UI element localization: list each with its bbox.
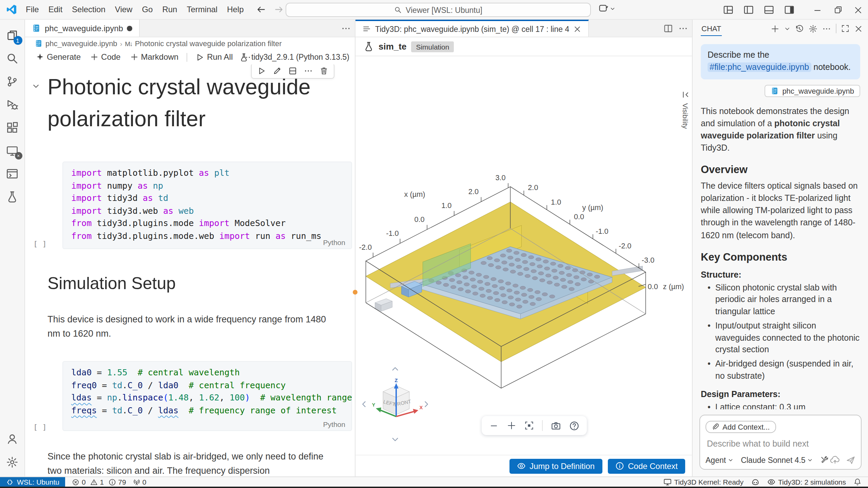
run-all-button[interactable]: Run All — [191, 51, 237, 63]
problems-indicator[interactable]: 0 1 79 — [72, 478, 126, 486]
ports-indicator[interactable]: 0 — [133, 478, 147, 486]
menu-help[interactable]: Help — [222, 3, 248, 16]
rotate-right-chevron[interactable] — [422, 400, 431, 409]
gear-icon[interactable] — [809, 24, 817, 33]
tab-tidy3d-viewer[interactable]: Tidy3D: phc_waveguide.ipynb (sim_te) @ c… — [355, 20, 589, 37]
3d-scene[interactable]: -2.0-1.00.01.02.03.0x (µm) 2.01.00.0-1.0… — [358, 150, 689, 405]
tab-phc-waveguide[interactable]: phc_waveguide.ipynb — [25, 20, 140, 37]
visibility-panel-handle[interactable]: Visibility — [680, 90, 691, 129]
chat-input-placeholder[interactable]: Describe what to build next — [707, 439, 854, 449]
forward-arrow-icon[interactable] — [274, 5, 284, 14]
menu-file[interactable]: File — [21, 3, 44, 16]
breadcrumb[interactable]: phc_waveguide.ipynb › M↓ Photonic crysta… — [25, 37, 355, 50]
code-cell-imports[interactable]: import matplotlib.pyplot as pltimport nu… — [62, 162, 352, 249]
menu-selection[interactable]: Selection — [67, 3, 110, 16]
editor-actions-more-icon[interactable] — [678, 24, 688, 33]
sidebar-item-source-control[interactable] — [0, 70, 25, 93]
file-reference-chip[interactable]: #file:phc_waveguide.ipynb — [708, 62, 811, 72]
list-icon — [362, 24, 371, 33]
zoom-in-icon[interactable] — [507, 421, 516, 430]
code-cell-parameters[interactable]: lda0 = 1.55 # central wavelengthfreq0 = … — [62, 361, 352, 431]
new-chat-icon[interactable] — [771, 24, 779, 33]
viewer-group: Tidy3D: phc_waveguide.ipynb (sim_te) @ c… — [355, 20, 692, 476]
kernel-picker[interactable]: tidy3d_2.9.1 (Python 3.13.5) — [239, 53, 349, 61]
rotate-left-chevron[interactable] — [360, 400, 368, 409]
settings-gear-icon[interactable] — [0, 451, 25, 474]
remote-indicator[interactable]: WSL: Ubuntu — [0, 477, 65, 487]
toggle-secondary-sidebar-icon[interactable] — [779, 0, 799, 20]
split-editor-icon[interactable] — [663, 24, 673, 33]
simulation-badge: Simulation — [411, 41, 454, 52]
add-context-button[interactable]: Add Context... — [706, 420, 776, 433]
attachment-chip[interactable]: phc_waveguide.ipynb — [765, 85, 860, 97]
maximize-panel-icon[interactable] — [841, 24, 849, 33]
cloud-sync-icon[interactable] — [830, 455, 840, 465]
menu-run[interactable]: Run — [157, 3, 182, 16]
more-actions-icon[interactable] — [822, 24, 831, 33]
add-markdown-cell-button[interactable]: Markdown — [126, 51, 182, 63]
close-panel-icon[interactable] — [854, 24, 863, 33]
navigation-cube[interactable]: LEFT FRONT Z Y X — [370, 377, 425, 431]
accounts-icon[interactable] — [0, 428, 25, 451]
jump-to-definition-button[interactable]: Jump to Definition — [509, 458, 602, 473]
notifications-bell-icon[interactable] — [853, 478, 862, 486]
sidebar-item-extensions[interactable] — [0, 116, 25, 139]
restore-button[interactable] — [828, 0, 848, 20]
minimize-button[interactable] — [807, 0, 828, 20]
customize-layout-icon[interactable] — [718, 0, 738, 20]
search-input[interactable]: Viewer [WSL: Ubuntu] — [286, 3, 591, 17]
dirty-indicator[interactable] — [127, 25, 133, 31]
menu-view[interactable]: View — [110, 3, 137, 16]
toggle-panel-icon[interactable] — [758, 0, 779, 20]
sidebar-item-explorer[interactable]: 1 — [0, 24, 25, 47]
back-arrow-icon[interactable] — [256, 5, 266, 14]
editor-actions-more-icon[interactable] — [341, 24, 351, 33]
generate-button[interactable]: Generate — [32, 51, 85, 63]
breadcrumb-heading[interactable]: Photonic crystal waveguide polarization … — [135, 39, 282, 48]
execution-count: [ ] — [33, 423, 47, 432]
chevron-down-icon[interactable] — [784, 25, 790, 32]
notebook-file-icon — [771, 87, 779, 95]
collapse-heading-icon[interactable] — [32, 82, 40, 90]
add-code-cell-button[interactable]: Code — [86, 51, 124, 63]
copilot-robot-icon[interactable] — [751, 477, 760, 486]
help-icon[interactable] — [569, 420, 579, 431]
fit-view-icon[interactable] — [524, 421, 534, 430]
close-tab-icon[interactable] — [573, 25, 581, 33]
breadcrumb-file[interactable]: phc_waveguide.ipynb — [45, 39, 117, 48]
sidebar-item-testing[interactable] — [0, 185, 25, 208]
cell-language-label: Python — [323, 420, 345, 428]
sidebar-item-remote-explorer[interactable]: × — [0, 139, 25, 162]
toggle-primary-sidebar-icon[interactable] — [738, 0, 758, 20]
rotate-up-chevron[interactable] — [391, 364, 400, 373]
rotate-down-chevron[interactable] — [391, 435, 400, 444]
menu-terminal[interactable]: Terminal — [182, 3, 222, 16]
chat-title[interactable]: CHAT — [701, 21, 722, 36]
delete-cell-icon[interactable] — [320, 67, 328, 75]
send-icon[interactable] — [846, 455, 855, 465]
sidebar-item-search[interactable] — [0, 47, 25, 70]
run-cell-icon[interactable] — [257, 67, 266, 75]
more-actions-icon[interactable] — [304, 67, 313, 75]
chat-input-box[interactable]: Add Context... Describe what to build ne… — [699, 414, 862, 470]
axis-tick-label: 0.0 — [414, 215, 424, 224]
kernel-status[interactable]: Tidy3D Kernel: Ready — [663, 478, 744, 486]
split-cell-icon[interactable] — [288, 67, 297, 75]
chevron-down-icon — [610, 6, 615, 11]
tidy3d-simulations-status[interactable]: Tidy3D: 2 simulations — [767, 478, 846, 486]
model-picker-dropdown[interactable]: Claude Sonnet 4.5 — [741, 456, 813, 464]
menu-go[interactable]: Go — [137, 3, 157, 16]
zoom-out-icon[interactable] — [489, 421, 499, 430]
agent-mode-dropdown[interactable]: Agent — [706, 456, 733, 464]
edit-cell-icon[interactable] — [273, 67, 282, 75]
sidebar-item-live-preview[interactable] — [0, 162, 25, 185]
history-icon[interactable] — [795, 24, 804, 33]
copilot-button[interactable] — [598, 3, 615, 14]
close-window-button[interactable] — [848, 0, 868, 20]
sash-drag-indicator[interactable] — [352, 290, 357, 295]
sidebar-item-run-debug[interactable] — [0, 93, 25, 116]
menu-edit[interactable]: Edit — [44, 3, 67, 16]
code-context-button[interactable]: Code Context — [607, 458, 685, 473]
screenshot-camera-icon[interactable] — [551, 420, 561, 431]
tools-icon[interactable] — [821, 455, 829, 464]
